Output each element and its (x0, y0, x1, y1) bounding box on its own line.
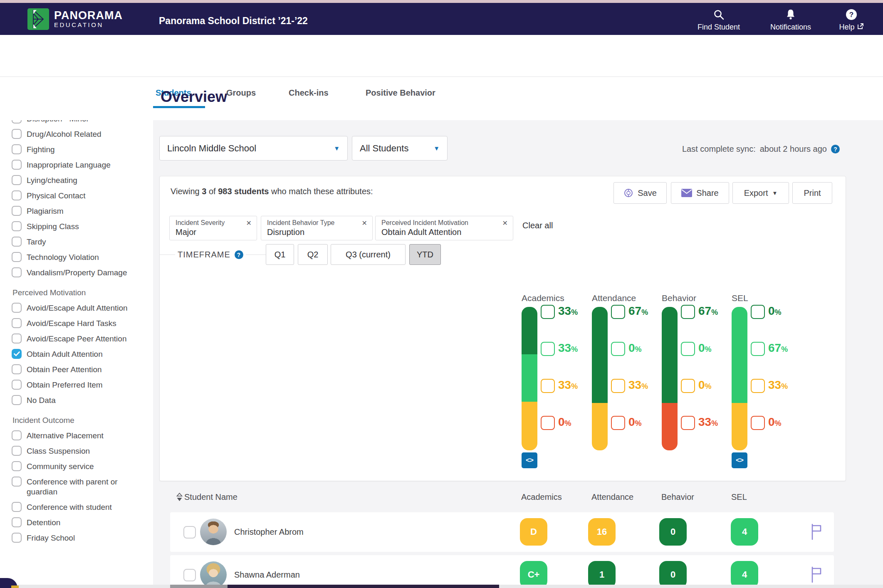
stat-checkbox-academics-orange[interactable] (541, 416, 555, 430)
timeframe-q2[interactable]: Q2 (298, 244, 328, 265)
sidebar-filter-class-suspension[interactable]: Class Suspension (12, 446, 150, 456)
tab-positive-behavior[interactable]: Positive Behavior (366, 88, 435, 98)
nav-action-notifications[interactable]: Notifications (759, 8, 822, 32)
checkbox[interactable] (12, 129, 22, 139)
timeframe-q1[interactable]: Q1 (266, 244, 294, 265)
tab-check-ins[interactable]: Check-ins (289, 88, 329, 98)
stat-checkbox-academics-light-green[interactable] (541, 342, 555, 356)
flag-icon[interactable] (810, 524, 823, 542)
expand-bar-button-academics[interactable]: <> (522, 452, 537, 468)
checkbox[interactable] (12, 237, 22, 247)
column-header-behavior[interactable]: Behavior (661, 492, 694, 502)
population-select[interactable]: All Students ▼ (352, 136, 448, 161)
checkbox[interactable] (12, 221, 22, 231)
horizontal-scrollbar-thumb[interactable] (170, 585, 228, 588)
checkbox[interactable] (12, 318, 22, 328)
tab-groups[interactable]: Groups (226, 88, 256, 98)
sidebar-filter-no-data[interactable]: No Data (12, 395, 150, 405)
checkbox[interactable] (12, 303, 22, 313)
checkbox[interactable] (12, 190, 22, 200)
sidebar-filter-tardy[interactable]: Tardy (12, 237, 150, 247)
checkbox[interactable] (12, 446, 22, 456)
row-checkbox[interactable] (183, 569, 196, 581)
stat-checkbox-attendance-light-green[interactable] (611, 342, 625, 356)
stat-checkbox-attendance-dark-green[interactable] (611, 305, 625, 319)
checkbox[interactable] (12, 502, 22, 512)
checkbox[interactable] (12, 160, 22, 170)
panorama-logo-icon[interactable] (27, 8, 49, 30)
sidebar-filter-physical-contact[interactable]: Physical Contact (12, 191, 150, 201)
sidebar-filter-avoid-escape-peer-attention[interactable]: Avoid/Escape Peer Attention (12, 334, 150, 344)
checkbox[interactable] (12, 349, 22, 359)
checkbox[interactable] (12, 517, 22, 527)
checkbox[interactable] (12, 430, 22, 440)
sidebar-filter-detention[interactable]: Detention (12, 518, 150, 528)
student-name-header[interactable]: Student Name (176, 492, 237, 502)
stat-checkbox-sel-light-green[interactable] (751, 342, 765, 356)
checkbox[interactable] (12, 334, 22, 343)
sidebar-filter-technology-violation[interactable]: Technology Violation (12, 252, 150, 262)
checkbox[interactable] (12, 380, 22, 390)
sidebar-filter-lying-cheating[interactable]: Lying/cheating (12, 175, 150, 185)
checkbox[interactable] (12, 364, 22, 374)
timeframe-help-icon[interactable]: ? (235, 250, 243, 259)
print-button[interactable]: Print (792, 182, 832, 204)
checkbox[interactable] (12, 395, 22, 405)
column-header-sel[interactable]: SEL (731, 492, 747, 502)
sidebar-filter-skipping-class[interactable]: Skipping Class (12, 222, 150, 232)
remove-chip-icon[interactable]: ✕ (246, 219, 252, 227)
checkbox[interactable] (12, 206, 22, 216)
sidebar-filter-community-service[interactable]: Community service (12, 462, 150, 472)
sidebar-filter-conference-with-student[interactable]: Conference with student (12, 502, 150, 512)
remove-chip-icon[interactable]: ✕ (362, 219, 367, 227)
stat-checkbox-sel-orange[interactable] (751, 416, 765, 430)
stat-checkbox-attendance-orange[interactable] (611, 416, 625, 430)
stat-checkbox-academics-yellow[interactable] (541, 379, 555, 393)
sidebar-filter-avoid-escape-adult-attention[interactable]: Avoid/Escape Adult Attention (12, 303, 150, 313)
sidebar-filter-inappropriate-language[interactable]: Inappropriate Language (12, 160, 150, 170)
stat-checkbox-sel-yellow[interactable] (751, 379, 765, 393)
stat-checkbox-academics-dark-green[interactable] (541, 305, 555, 319)
row-checkbox[interactable] (183, 526, 196, 539)
sidebar-filter-plagiarism[interactable]: Plagiarism (12, 206, 150, 216)
sidebar-filter-friday-school[interactable]: Friday School (12, 533, 150, 543)
stat-checkbox-sel-dark-green[interactable] (751, 305, 765, 319)
sidebar-filter-obtain-peer-attention[interactable]: Obtain Peer Attention (12, 365, 150, 375)
stat-checkbox-behavior-light-green[interactable] (681, 342, 695, 356)
save-button[interactable]: Save (613, 182, 667, 204)
checkbox[interactable] (12, 144, 22, 154)
stat-checkbox-attendance-yellow[interactable] (611, 379, 625, 393)
stat-checkbox-behavior-dark-green[interactable] (681, 305, 695, 319)
checkbox[interactable] (12, 477, 22, 487)
sidebar-filter-drug-alcohol-related[interactable]: Drug/Alcohol Related (12, 129, 150, 139)
chip-label: Incident Behavior Type (267, 219, 366, 227)
sidebar-filter-obtain-preferred-item[interactable]: Obtain Preferred Item (12, 380, 150, 390)
checkbox[interactable] (12, 252, 22, 262)
school-select[interactable]: Lincoln Middle School ▼ (159, 136, 348, 161)
flag-icon[interactable] (810, 566, 823, 585)
share-button[interactable]: Share (671, 182, 729, 204)
sidebar-filter-obtain-adult-attention[interactable]: Obtain Adult Attention (12, 349, 150, 359)
sync-help-icon[interactable]: ? (831, 145, 840, 153)
sidebar-filter-alternative-placement[interactable]: Alternative Placement (12, 431, 150, 441)
sidebar-filter-vandalism-property-damage[interactable]: Vandalism/Property Damage (12, 268, 150, 278)
column-header-academics[interactable]: Academics (521, 492, 562, 502)
clear-all-link[interactable]: Clear all (522, 221, 553, 230)
remove-chip-icon[interactable]: ✕ (502, 219, 508, 227)
checkbox[interactable] (12, 267, 22, 277)
expand-bar-button-sel[interactable]: <> (732, 452, 747, 468)
nav-action-find-student[interactable]: Find Student (688, 8, 750, 32)
sidebar-filter-conference-with-parent-or-guardian[interactable]: Conference with parent or guardian (12, 477, 150, 497)
timeframe-q3-current-[interactable]: Q3 (current) (331, 244, 406, 265)
checkbox[interactable] (12, 175, 22, 185)
checkbox[interactable] (12, 533, 22, 543)
nav-action-help[interactable]: ?Help (820, 8, 883, 32)
sidebar-filter-fighting[interactable]: Fighting (12, 145, 150, 155)
sidebar-filter-avoid-escape-hard-tasks[interactable]: Avoid/Escape Hard Tasks (12, 319, 150, 329)
checkbox[interactable] (12, 461, 22, 471)
stat-checkbox-behavior-orange[interactable] (681, 416, 695, 430)
timeframe-ytd[interactable]: YTD (409, 244, 441, 265)
column-header-attendance[interactable]: Attendance (591, 492, 633, 502)
stat-checkbox-behavior-yellow[interactable] (681, 379, 695, 393)
export-button[interactable]: Export ▼ (732, 182, 789, 204)
